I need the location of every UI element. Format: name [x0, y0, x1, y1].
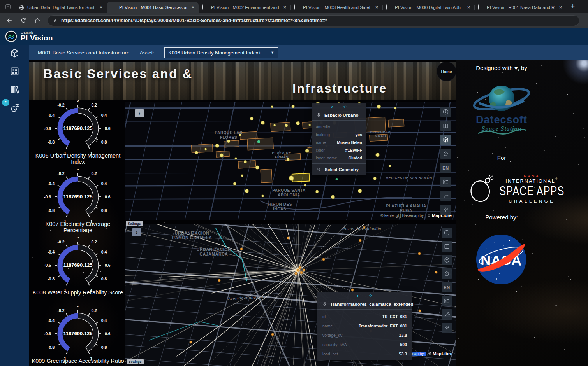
popup-title: Transformadores_cajamarca_extended — [330, 302, 414, 306]
transformers-network-map[interactable]: URBANIZACIÓN RAMÓN CASTILLA URBANIZACIÓN… — [125, 224, 456, 366]
map-place-label: MÉDICES DE SAN RAMÓN — [386, 176, 432, 180]
popup-row: voltage_kV13.8 — [317, 331, 412, 340]
select-geometry-button[interactable]: Select Geometry — [312, 163, 366, 175]
popup-row: nameTransformador_EXT_081 — [317, 321, 412, 331]
pi-vision-icon — [202, 5, 208, 11]
settings-badge[interactable]: Settings — [127, 359, 144, 364]
banner-title-line2: Infrastructure — [292, 81, 387, 96]
refresh-icon[interactable] — [18, 15, 29, 26]
dual-map-button[interactable] — [440, 121, 451, 131]
gauge-k006[interactable]: -1-0.8-0.6-0.4-0.200.20.40.60.811187690.… — [31, 100, 125, 165]
map-pin-icon — [427, 214, 431, 218]
gauge-k009[interactable]: -1-0.8-0.6-0.4-0.200.20.40.60.811187690.… — [31, 306, 125, 364]
tab-close-icon[interactable]: × — [465, 4, 472, 11]
pi-vision-icon — [111, 5, 116, 11]
new-tab-button[interactable]: + — [568, 1, 578, 11]
effects-sparkle-button[interactable] — [440, 205, 451, 215]
breadcrumb-display-link[interactable]: M001 Basic Services and Infrastructure — [38, 50, 130, 56]
magic-wand-button[interactable] — [440, 191, 451, 201]
branding-panel: Designed with ♥, by Datecsoft Space Stat… — [456, 60, 588, 366]
svg-text:0.2: 0.2 — [92, 308, 97, 313]
browser-tab[interactable]: PI Vision - M003 Health and Safet × — [290, 2, 382, 13]
tab-close-icon[interactable]: × — [557, 4, 564, 11]
map-feature-popup: ‹ Espacio Urbano amenity buildingyes nam… — [312, 103, 366, 175]
tab-title: Urban Data: Digital Twins for Sust — [27, 5, 95, 10]
pushpin-icon[interactable] — [342, 105, 347, 109]
3d-view-icon — [444, 257, 450, 263]
sidebar-assets-button[interactable] — [9, 47, 21, 59]
info-button[interactable] — [440, 107, 451, 117]
designed-by-text: Designed with ♥, by — [456, 65, 547, 71]
magic-wand-button[interactable] — [442, 309, 452, 320]
gauge-k007[interactable]: -1-0.8-0.6-0.4-0.200.20.40.60.811187690.… — [31, 169, 125, 233]
3d-view-button[interactable] — [440, 135, 451, 145]
magic-wand-icon — [444, 311, 450, 318]
browser-tab[interactable]: PI Vision - M000 Digital Twin Adh × — [382, 2, 474, 13]
tab-close-icon[interactable]: × — [282, 4, 288, 11]
browser-tab-active[interactable]: PI Vision - M001 Basic Services an × — [107, 2, 199, 13]
pi-vision-logo-icon — [5, 30, 17, 42]
url-text: https://datecsoft.com/PIVision/#/Display… — [61, 18, 327, 23]
draw-polygon-button[interactable] — [440, 149, 451, 159]
layer-legend-button[interactable] — [440, 177, 451, 187]
draw-polygon-button[interactable] — [442, 268, 452, 279]
tab-close-icon[interactable]: × — [373, 4, 380, 11]
nasa-logo: NASA — [475, 233, 528, 286]
tab-actions-icon[interactable] — [2, 2, 13, 12]
svg-text:0.6: 0.6 — [105, 263, 111, 268]
sidebar-calculations-button[interactable] — [9, 65, 21, 77]
layer-legend-button[interactable] — [442, 296, 452, 306]
popup-row: color#1E90FF — [312, 146, 366, 154]
chevron-left-icon[interactable]: ‹ — [357, 294, 358, 298]
3d-view-button[interactable] — [442, 255, 452, 265]
svg-text:0.2: 0.2 — [92, 171, 97, 176]
back-icon[interactable] — [4, 15, 15, 26]
map-attribution: emap by: MapLibre — [408, 351, 452, 356]
expand-side-panel-button[interactable]: › — [135, 109, 144, 117]
browser-tab[interactable]: PI Vision - R001 Nasa Data and Re × — [474, 2, 566, 13]
svg-text:-0.4: -0.4 — [48, 113, 55, 117]
sidebar-library-button[interactable] — [9, 84, 21, 95]
home-button[interactable]: Home — [437, 62, 456, 81]
spaceapps-challenge-text: CHALLENGE — [509, 199, 555, 203]
gauge-k008[interactable]: -1-0.8-0.6-0.4-0.200.20.40.60.811187690.… — [31, 237, 125, 296]
map-pin-icon — [428, 352, 432, 356]
map-place-label: PARQUE LAS FLORES — [209, 131, 248, 140]
events-badge: * — [2, 99, 9, 106]
asset-label: Asset: — [140, 50, 155, 56]
expand-side-panel-button[interactable]: › — [132, 228, 141, 236]
locale-button[interactable]: EN — [440, 163, 451, 173]
chevron-left-icon[interactable]: ‹ — [331, 105, 333, 109]
sidebar-events-button[interactable]: * — [9, 102, 21, 114]
maplibre-link[interactable]: MapLibre — [428, 351, 452, 356]
dual-map-icon — [442, 123, 449, 129]
dual-map-button[interactable] — [442, 241, 452, 252]
3d-view-icon — [442, 137, 449, 143]
map-place-label: Pozas de Oxidación — [338, 227, 386, 231]
browser-tab[interactable]: PI Vision - M002 Environment and × — [199, 2, 290, 13]
svg-text:-0.8: -0.8 — [48, 277, 55, 281]
settings-badge[interactable]: Settings — [126, 221, 143, 226]
tab-close-icon[interactable]: × — [190, 4, 196, 11]
library-icon — [9, 84, 20, 95]
effects-sparkle-button[interactable] — [442, 323, 452, 333]
home-icon[interactable] — [32, 15, 43, 26]
banner-title-line1: Basic Services and & — [43, 67, 193, 81]
urban-space-map[interactable]: PARQUE LAS FLORES PLAZA DE ARMAS PLAZUEL… — [125, 102, 456, 220]
tab-title: PI Vision - M001 Basic Services an — [119, 5, 187, 10]
popup-row: capacity_kVA500 — [317, 340, 412, 349]
locale-button[interactable]: EN — [442, 282, 452, 292]
left-sidebar: * — [0, 45, 29, 366]
asset-dropdown[interactable]: K006 Urban Density Management Index+ ▼ — [164, 47, 278, 58]
url-input[interactable]: https://datecsoft.com/PIVision/#/Display… — [48, 15, 579, 26]
svg-text:-0.4: -0.4 — [48, 318, 55, 323]
info-button[interactable] — [442, 228, 452, 238]
tab-close-icon[interactable]: × — [98, 4, 104, 11]
draw-polygon-icon — [442, 151, 449, 157]
browser-tab[interactable]: Urban Data: Digital Twins for Sust × — [15, 2, 107, 13]
pushpin-icon[interactable] — [368, 294, 373, 298]
effects-sparkle-icon — [444, 325, 450, 331]
info-icon — [444, 229, 450, 236]
layer-legend-icon — [444, 298, 450, 304]
svg-text:-0.6: -0.6 — [44, 194, 51, 199]
